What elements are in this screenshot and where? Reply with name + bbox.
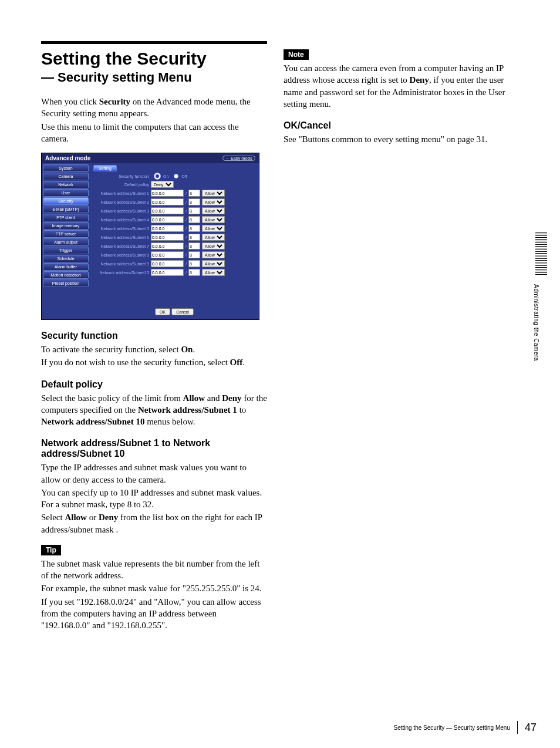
subnet-ip-input[interactable] [151, 234, 184, 241]
easy-mode-button[interactable]: → Easy mode [222, 156, 255, 161]
subnet-mask-input[interactable] [188, 216, 200, 223]
subnet-label: Network address/Subnet 5 [93, 227, 149, 231]
footer-title: Setting the Security — Security setting … [394, 725, 510, 731]
chapter-label: Administrating the Camera [533, 284, 539, 384]
sf-p1: To activate the security function, selec… [41, 343, 267, 355]
subnet-mask-input[interactable] [188, 242, 200, 250]
sidebar-item-camera[interactable]: Camera [43, 173, 89, 180]
subnet-access-select[interactable]: Allow [202, 190, 225, 197]
na-p2: You can specify up to 10 IP addresses an… [41, 487, 267, 511]
default-policy-select[interactable]: Deny [151, 181, 174, 188]
mode-title: Advanced mode [45, 155, 90, 161]
subnet-access-select[interactable]: Allow [202, 260, 225, 267]
subnet-ip-input[interactable] [151, 198, 184, 205]
subnet-row: Network address/Subnet 4/Allow [93, 216, 255, 223]
subnet-access-select[interactable]: Allow [202, 225, 225, 232]
subnet-ip-input[interactable] [151, 207, 184, 214]
tip-p3: If you set "192.168.0.0/24" and "Allow,"… [41, 596, 267, 632]
subnet-access-select[interactable]: Allow [202, 234, 225, 241]
subnet-row: Network address/Subnet 1/Allow [93, 190, 255, 197]
barcode-icon [535, 232, 547, 276]
page-number: 47 [525, 722, 537, 734]
na-p1: Type the IP addresses and subnet mask va… [41, 461, 267, 486]
dp-p1: Select the basic policy of the limit fro… [41, 392, 267, 428]
footer-separator [517, 721, 518, 734]
sf-p2: If you do not wish to use the security f… [41, 356, 267, 368]
subnet-ip-input[interactable] [151, 251, 184, 258]
sidebar-item-preset-position[interactable]: Preset position [43, 279, 89, 287]
subnet-mask-input[interactable] [188, 260, 200, 267]
h-ok-cancel: OK/Cancel [284, 120, 510, 131]
tip-p2: For example, the subnet mask value for "… [41, 582, 267, 594]
note-badge: Note [284, 49, 309, 60]
subnet-mask-input[interactable] [188, 190, 200, 197]
subnet-access-select[interactable]: Allow [202, 198, 225, 205]
subnet-label: Network address/Subnet 6 [93, 235, 149, 240]
h-default-policy: Default policy [41, 379, 267, 390]
subnet-access-select[interactable]: Allow [202, 207, 225, 214]
subnet-access-select[interactable]: Allow [202, 251, 225, 258]
subnet-mask-input[interactable] [188, 198, 200, 205]
subnet-access-select[interactable]: Allow [202, 242, 225, 250]
subnet-mask-input[interactable] [188, 251, 200, 258]
subnet-row: Network address/Subnet10/Allow [93, 269, 255, 276]
subnet-mask-input[interactable] [188, 225, 200, 232]
subnet-label: Network address/Subnet 4 [93, 218, 149, 222]
sidebar-item-schedule[interactable]: Schedule [43, 255, 89, 262]
subnet-ip-input[interactable] [151, 216, 184, 223]
intro-p1: When you click Security on the Advanced … [41, 96, 267, 120]
sidebar-item-e-mail-smtp-[interactable]: e-Mail (SMTP) [43, 205, 89, 213]
ok-button[interactable]: OK [155, 308, 170, 315]
subnet-ip-input[interactable] [151, 260, 184, 267]
cancel-button[interactable]: Cancel [171, 308, 194, 315]
subnet-mask-input[interactable] [188, 207, 200, 214]
na-p3: Select Allow or Deny from the list box o… [41, 511, 267, 535]
subnet-label: Network address/Subnet 2 [93, 200, 149, 204]
subnet-row: Network address/Subnet 3/Allow [93, 207, 255, 214]
subnet-mask-input[interactable] [188, 234, 200, 241]
sidebar-item-security[interactable]: Security [43, 197, 89, 205]
subnet-access-select[interactable]: Allow [202, 269, 225, 276]
subnet-ip-input[interactable] [151, 190, 184, 197]
security-function-label: Security function [93, 174, 149, 178]
subnet-access-select[interactable]: Allow [202, 216, 225, 223]
default-policy-label: Default policy [93, 183, 149, 187]
sidebar-item-system[interactable]: System [43, 164, 89, 172]
subnet-mask-input[interactable] [188, 269, 200, 276]
sidebar-item-network[interactable]: Network [43, 181, 89, 188]
subnet-label: Network address/Subnet 7 [93, 244, 149, 248]
okc-p1: See "Buttons common to every setting men… [284, 133, 510, 145]
subnet-ip-input[interactable] [151, 269, 184, 276]
subnet-row: Network address/Subnet 5/Allow [93, 225, 255, 232]
sidebar-item-alarm-buffer[interactable]: Alarm buffer [43, 263, 89, 271]
subnet-label: Network address/Subnet 9 [93, 262, 149, 266]
sidebar-item-alarm-output[interactable]: Alarm output [43, 238, 89, 246]
sidebar-item-user[interactable]: User [43, 189, 89, 197]
tab-setting[interactable]: Setting [93, 165, 117, 171]
page-title: Setting the Security [41, 49, 267, 69]
sidebar-item-ftp-client[interactable]: FTP client [43, 214, 89, 221]
sidebar-item-trigger[interactable]: Trigger [43, 247, 89, 254]
section-rule [41, 41, 267, 44]
subnet-label: Network address/Subnet 8 [93, 253, 149, 257]
radio-on[interactable] [154, 173, 160, 179]
sidebar-item-motion-detection[interactable]: Motion detection [43, 271, 89, 279]
sidebar-item-ftp-server[interactable]: FTP server [43, 230, 89, 238]
note-p1: You can access the camera even from a co… [284, 62, 510, 110]
sidebar-item-image-memory[interactable]: Image memory [43, 222, 89, 230]
tip-badge: Tip [41, 545, 61, 555]
subnet-row: Network address/Subnet 7/Allow [93, 242, 255, 250]
subnet-row: Network address/Subnet 9/Allow [93, 260, 255, 267]
subnet-row: Network address/Subnet 6/Allow [93, 234, 255, 241]
h-network-address: Network address/Subnet 1 to Network addr… [41, 438, 267, 459]
tip-p1: The subnet mask value represents the bit… [41, 558, 267, 582]
radio-off[interactable] [174, 174, 178, 178]
h-security-function: Security function [41, 331, 267, 341]
security-settings-screenshot: Advanced mode → Easy mode SystemCameraNe… [41, 153, 259, 320]
subnet-row: Network address/Subnet 2/Allow [93, 198, 255, 205]
subnet-ip-input[interactable] [151, 225, 184, 232]
page-subtitle: — Security setting Menu [41, 70, 267, 85]
subnet-row: Network address/Subnet 8/Allow [93, 251, 255, 258]
subnet-label: Network address/Subnet 3 [93, 209, 149, 213]
subnet-ip-input[interactable] [151, 242, 184, 250]
